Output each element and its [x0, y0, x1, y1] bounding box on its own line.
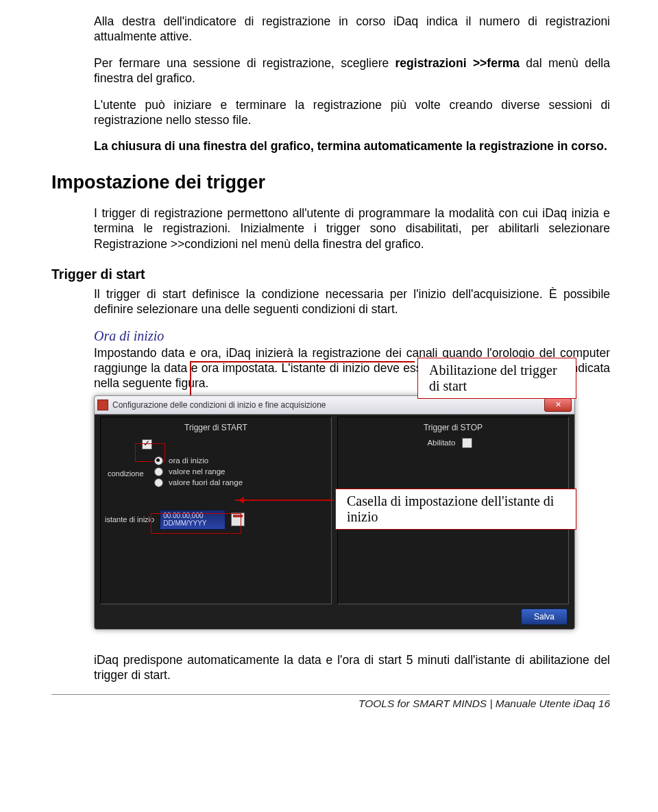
label-abilitato: Abilitato — [427, 438, 455, 446]
annotation-box — [151, 513, 241, 534]
paragraph: Per fermare una sessione di registrazion… — [51, 56, 610, 86]
paragraph: Il trigger di start definisce la condizi… — [94, 286, 610, 317]
figure-dialog: Abilitazione del trigger di start Config… — [94, 395, 576, 632]
callout-abilitazione: Abilitazione del trigger di start — [417, 358, 576, 399]
paragraph: Alla destra dell'indicatore di registraz… — [51, 14, 610, 45]
close-icon[interactable]: ✕ — [544, 398, 572, 412]
panel-header-start: Trigger di START — [101, 417, 331, 438]
paragraph: I trigger di registrazione permettono al… — [51, 206, 610, 251]
dialog-titlebar: Configurazione delle condizioni di inizi… — [95, 396, 574, 415]
app-icon — [97, 399, 108, 410]
paragraph: L'utente può iniziare e terminare la reg… — [51, 97, 610, 128]
panel-header-stop: Trigger di STOP — [338, 417, 568, 438]
dialog-title: Configurazione delle condizioni di inizi… — [112, 400, 326, 410]
checkbox-stop-enabled[interactable] — [462, 438, 472, 448]
paragraph: iDaq predispone automaticamente la data … — [51, 652, 610, 683]
radio-valore-range[interactable] — [154, 467, 163, 476]
subheading-ora-inizio: Ora di inizio — [94, 328, 610, 344]
label-istante-inizio: istante di inizio — [105, 515, 154, 524]
radio-label: ora di inizio — [169, 456, 208, 465]
label-condizione: condizione — [108, 469, 144, 478]
callout-casella-istante: Casella di impostazione dell'istante di … — [335, 489, 576, 530]
heading-trigger-start: Trigger di start — [51, 267, 610, 282]
radio-valore-fuori[interactable] — [154, 478, 163, 487]
save-button[interactable]: Salva — [521, 608, 568, 625]
radio-label: valore fuori dal range — [169, 478, 243, 487]
radio-label: valore nel range — [169, 467, 225, 476]
annotation-line — [235, 500, 334, 501]
bold-text: registrazioni >>ferma — [395, 56, 520, 70]
footer-text: TOOLS for SMART MINDS | Manuale Utente i… — [51, 695, 610, 714]
radio-ora-inizio[interactable] — [154, 456, 163, 465]
panel-trigger-start: Trigger di START condizione ora di inizi… — [100, 417, 332, 604]
paragraph-bold: La chiusura di una finestra del grafico,… — [51, 138, 610, 153]
text: Per fermare una sessione di registrazion… — [94, 56, 395, 70]
heading-trigger: Impostazione dei trigger — [51, 172, 610, 193]
